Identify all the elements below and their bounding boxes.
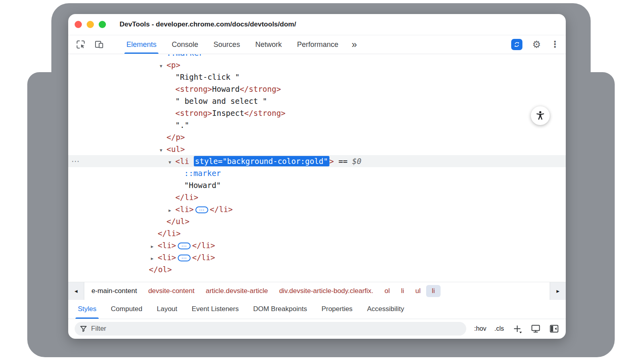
code-text: " below and select " <box>175 97 267 105</box>
inline-expand-icon[interactable]: ⋯ <box>178 255 191 261</box>
main-toolbar: ElementsConsoleSourcesNetworkPerformance… <box>68 35 566 54</box>
devtools-window: DevTools - developer.chrome.com/docs/dev… <box>68 14 566 339</box>
dom-tree-row[interactable]: ▾<ul> <box>68 143 566 155</box>
sync-icon[interactable] <box>511 39 522 50</box>
indent-spacer <box>68 164 169 164</box>
code-tag: <li> <box>175 205 194 214</box>
dom-tree-row[interactable]: ▸<li>⋯</li> <box>68 251 566 263</box>
indent-spacer <box>68 272 142 272</box>
inline-expand-icon[interactable]: ⋯ <box>178 243 191 249</box>
code-tag: <strong> <box>175 109 212 117</box>
device-toolbar-icon[interactable] <box>93 38 105 51</box>
tab-sources[interactable]: Sources <box>206 35 248 54</box>
breadcrumb-scroll-right-icon[interactable]: ▸ <box>550 282 566 300</box>
styles-tab-computed[interactable]: Computed <box>104 300 149 319</box>
indent-spacer <box>68 115 169 116</box>
zoom-button[interactable] <box>99 21 106 28</box>
inline-expand-icon[interactable]: ⋯ <box>195 206 208 213</box>
dom-tree-row[interactable]: ::marker <box>68 54 566 59</box>
breadcrumb-item[interactable]: devsite-content <box>142 285 200 297</box>
breadcrumb-item[interactable]: article.devsite-article <box>200 285 274 297</box>
tab-performance[interactable]: Performance <box>289 35 346 54</box>
filter-field[interactable] <box>75 322 466 336</box>
dom-tree-row[interactable]: "Howard" <box>68 179 566 191</box>
collapsed-arrow-icon[interactable]: ▸ <box>151 253 158 265</box>
dom-tree-row[interactable]: "Right-click " <box>68 71 566 83</box>
indent-spacer <box>68 55 160 56</box>
close-button[interactable] <box>75 21 82 28</box>
breadcrumb-item[interactable]: li <box>396 285 410 297</box>
accessibility-icon[interactable] <box>531 106 550 125</box>
dom-pane: ::marker▾<p>"Right-click "<strong>Howard… <box>68 54 566 282</box>
inspect-icon[interactable] <box>75 38 87 51</box>
dom-tree-row[interactable]: ⋯▾<li style="background-color:gold"> == … <box>68 155 566 167</box>
dom-tree-row[interactable]: <strong>Howard</strong> <box>68 83 566 95</box>
code-tag: <li> <box>158 253 176 262</box>
dom-tree-row[interactable]: </ul> <box>68 215 566 227</box>
dom-tree-row[interactable]: ▸<li>⋯</li> <box>68 203 566 215</box>
code-tag: </li> <box>158 229 181 238</box>
dom-tree-row[interactable]: ▾<p> <box>68 59 566 71</box>
code-tag: <ul> <box>167 145 185 154</box>
code-tag: </p> <box>167 133 185 142</box>
styles-tab-dom-breakpoints[interactable]: DOM Breakpoints <box>246 300 314 319</box>
styles-tab-properties[interactable]: Properties <box>314 300 360 319</box>
styles-tab-accessibility[interactable]: Accessibility <box>360 300 412 319</box>
code-tag: <li> <box>158 241 176 250</box>
code-text: Inspect <box>212 109 244 117</box>
dom-tree-row[interactable]: <strong>Inspect</strong> <box>68 107 566 119</box>
collapsed-arrow-icon[interactable]: ▸ <box>169 204 175 216</box>
indent-spacer <box>68 224 160 224</box>
dom-tree-row[interactable]: ::marker <box>68 167 566 179</box>
indent-spacer <box>68 152 160 152</box>
styles-tab-layout[interactable]: Layout <box>150 300 185 319</box>
collapsed-arrow-icon[interactable]: ▸ <box>151 241 158 253</box>
dom-tree-row[interactable]: </ol> <box>68 263 566 275</box>
dom-tree-row[interactable]: "." <box>68 119 566 131</box>
stage: DevTools - developer.chrome.com/docs/dev… <box>0 0 642 364</box>
dom-tree-row[interactable]: </li> <box>68 227 566 239</box>
window-title: DevTools - developer.chrome.com/docs/dev… <box>120 20 296 28</box>
expanded-arrow-icon[interactable]: ▾ <box>160 60 167 72</box>
titlebar: DevTools - developer.chrome.com/docs/dev… <box>68 14 566 35</box>
breadcrumb-scroll-left-icon[interactable]: ◂ <box>68 282 84 300</box>
code-tag: </ol> <box>149 265 172 274</box>
indent-spacer <box>68 127 169 128</box>
breadcrumb-item[interactable]: ol <box>379 285 395 297</box>
indent-spacer <box>68 79 169 80</box>
settings-gear-icon[interactable]: ⚙ <box>532 40 541 49</box>
more-tabs-chevron-icon[interactable]: » <box>351 40 357 49</box>
dom-tree-row[interactable]: ▸<li>⋯</li> <box>68 239 566 251</box>
breadcrumb-item[interactable]: ul <box>410 285 426 297</box>
toggle-element-state-button[interactable]: :hov <box>474 325 486 332</box>
expanded-arrow-icon[interactable]: ▾ <box>169 156 175 168</box>
minimize-button[interactable] <box>87 21 94 28</box>
code-tag: <li <box>175 157 194 166</box>
node-more-actions-icon[interactable]: ⋯ <box>71 155 79 167</box>
dom-tree-row[interactable]: " below and select " <box>68 95 566 107</box>
indent-spacer <box>68 236 151 236</box>
code-text: "Howard" <box>184 181 221 190</box>
dom-tree-row[interactable]: </li> <box>68 191 566 203</box>
filter-input[interactable] <box>91 325 461 333</box>
rendering-monitor-icon[interactable] <box>530 324 541 334</box>
breadcrumb-item[interactable]: li <box>426 285 441 297</box>
dom-tree-row[interactable]: </p> <box>68 131 566 143</box>
styles-tab-styles[interactable]: Styles <box>71 300 104 319</box>
more-options-icon[interactable]: ⋮ <box>551 40 559 49</box>
breadcrumb-item[interactable]: div.devsite-article-body.clearfix. <box>274 285 379 297</box>
tab-network[interactable]: Network <box>248 35 289 54</box>
expanded-arrow-icon[interactable]: ▾ <box>160 144 167 156</box>
element-classes-button[interactable]: .cls <box>494 325 504 332</box>
styles-tab-event-listeners[interactable]: Event Listeners <box>185 300 246 319</box>
collapse-sidebar-icon[interactable] <box>549 324 559 334</box>
breadcrumb-item[interactable]: e-main-content <box>86 285 142 297</box>
code-sel[interactable]: style="background-color:gold" <box>194 156 329 166</box>
tab-console[interactable]: Console <box>164 35 206 54</box>
indent-spacer <box>68 176 177 176</box>
tab-elements[interactable]: Elements <box>119 35 164 54</box>
indent-spacer <box>68 67 160 68</box>
new-style-rule-icon[interactable] <box>512 324 522 334</box>
indent-spacer <box>68 260 151 260</box>
traffic-lights <box>75 21 106 28</box>
